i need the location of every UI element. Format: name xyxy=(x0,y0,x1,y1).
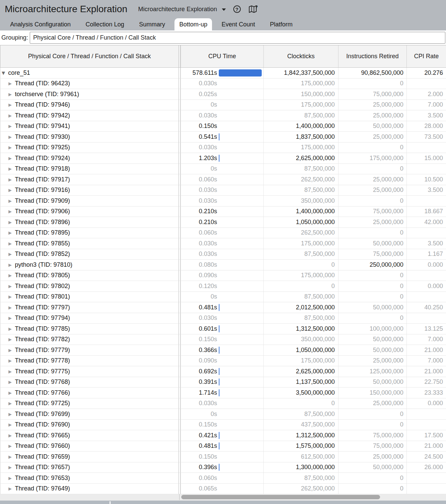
expander-icon[interactable]: ▶ xyxy=(8,401,15,406)
table-row[interactable]: ▶ Thread (TID: 97909) 0.030s 350,000,000… xyxy=(0,196,446,206)
row-name-cell[interactable]: ▶ Thread (TID: 97657) xyxy=(0,462,179,473)
expander-icon[interactable]: ▶ xyxy=(8,337,15,342)
column-header-grouping[interactable]: Physical Core / Thread / Function / Call… xyxy=(0,45,179,67)
table-row[interactable]: ▶ torchserve (TID: 97961) 0.025s 150,000… xyxy=(0,89,446,100)
row-name-cell[interactable]: ▶ Thread (TID: 97766) xyxy=(0,388,179,398)
table-row[interactable]: ▶ Thread (TID: 97657) 0.396s 1,300,000,0… xyxy=(0,462,446,473)
column-header-cpu-time[interactable]: CPU Time xyxy=(181,45,263,67)
row-name-cell[interactable]: ▶ Thread (TID: 97801) xyxy=(0,292,179,303)
tab-event-count[interactable]: Event Count xyxy=(219,18,258,30)
expander-icon[interactable]: ▶ xyxy=(8,379,15,385)
table-row[interactable]: ▶ Thread (TID: 97699) 0s 87,500,000 0 xyxy=(0,409,446,420)
table-row[interactable]: ▶ Thread (TID: 97766) 1.714s 3,500,000,0… xyxy=(0,388,446,398)
expander-icon[interactable]: ▶ xyxy=(8,454,15,459)
row-name-cell[interactable]: ▶ Thread (TID: 97942) xyxy=(0,110,179,121)
table-row[interactable]: ▶ Thread (TID: 97895) 0.060s 262,500,000… xyxy=(0,228,446,239)
row-name-cell[interactable]: ▶ Thread (TID: 97653) xyxy=(0,473,179,484)
expander-icon[interactable]: ▶ xyxy=(8,198,15,203)
grouping-select[interactable]: Physical Core / Thread / Function / Call… xyxy=(30,32,445,44)
expander-icon[interactable]: ▶ xyxy=(8,188,15,193)
column-header-clockticks[interactable]: Clockticks xyxy=(263,45,338,67)
table-row[interactable]: ▶ Thread (TID: 97797) 0.481s 2,012,500,0… xyxy=(0,302,446,313)
table-row[interactable]: ▶ Thread (TID: 97690) 0.150s 437,500,000… xyxy=(0,420,446,431)
table-row[interactable]: ▶ Thread (TID: 97775) 0.692s 2,625,000,0… xyxy=(0,366,446,377)
expander-icon[interactable]: ▶ xyxy=(8,433,15,438)
column-header-cpi-rate[interactable]: CPI Rate xyxy=(406,45,446,67)
row-name-cell[interactable]: ▶ Thread (TID: 97797) xyxy=(0,302,179,313)
expander-icon[interactable]: ▶ xyxy=(8,124,15,129)
expander-icon[interactable]: ▶ xyxy=(8,358,15,363)
table-row[interactable]: ▶ Thread (TID: 97930) 0.541s 1,837,500,0… xyxy=(0,132,446,143)
table-row[interactable]: ▶ Thread (TID: 97941) 0.150s 1,400,000,0… xyxy=(0,121,446,132)
table-row[interactable]: ▶ Thread (TID: 97896) 0.210s 1,050,000,0… xyxy=(0,217,446,228)
bottom-scrollbar[interactable] xyxy=(0,500,446,504)
row-name-cell[interactable]: ▶ Thread (TID: 97924) xyxy=(0,153,179,164)
table-row[interactable]: ▼ core_51 578.611s 1,842,337,500,000 90,… xyxy=(0,68,446,79)
expander-icon[interactable]: ▶ xyxy=(8,305,15,310)
table-row[interactable]: ▶ Thread (TID: 97855) 0.030s 175,000,000… xyxy=(0,238,446,249)
row-name-cell[interactable]: ▶ Thread (TID: 97906) xyxy=(0,206,179,217)
table-row[interactable]: ▶ Thread (TID: 97906) 0.210s 1,400,000,0… xyxy=(0,206,446,217)
row-name-cell[interactable]: ▶ Thread (TID: 97785) xyxy=(0,324,179,334)
help-button[interactable]: ? xyxy=(233,5,241,13)
row-name-cell[interactable]: ▶ Thread (TID: 97660) xyxy=(0,441,179,452)
row-name-cell[interactable]: ▶ Thread (TID: 97805) xyxy=(0,270,179,281)
row-name-cell[interactable]: ▶ Thread (TID: 97690) xyxy=(0,420,179,431)
table-row[interactable]: ▶ Thread (TID: 96423) 0.030s 175,000,000… xyxy=(0,79,446,89)
table-row[interactable]: ▶ Thread (TID: 97665) 0.421s 1,312,500,0… xyxy=(0,430,446,441)
expander-icon[interactable]: ▶ xyxy=(8,412,15,417)
table-row[interactable]: ▶ Thread (TID: 97946) 0s 175,000,000 25,… xyxy=(0,100,446,111)
row-name-cell[interactable]: ▶ Thread (TID: 97855) xyxy=(0,238,179,249)
expander-icon[interactable]: ▶ xyxy=(8,177,15,182)
table-row[interactable]: ▶ Thread (TID: 97725) 0.030s 0 25,000,00… xyxy=(0,398,446,409)
tab-analysis-configuration[interactable]: Analysis Configuration xyxy=(7,18,73,30)
table-row[interactable]: ▶ Thread (TID: 97925) 0.030s 175,000,000… xyxy=(0,143,446,153)
tab-bottom-up[interactable]: Bottom-up xyxy=(174,18,212,30)
expander-icon[interactable]: ▶ xyxy=(8,251,15,257)
expander-icon[interactable]: ▶ xyxy=(8,294,15,299)
row-name-cell[interactable]: ▶ Thread (TID: 97925) xyxy=(0,143,179,153)
table-row[interactable]: ▶ Thread (TID: 97852) 0.030s 87,500,000 … xyxy=(0,249,446,260)
table-row[interactable]: ▶ Thread (TID: 97917) 0.060s 262,500,000… xyxy=(0,174,446,185)
row-name-cell[interactable]: ▶ Thread (TID: 97659) xyxy=(0,452,179,462)
table-row[interactable]: ▶ Thread (TID: 97785) 0.601s 1,312,500,0… xyxy=(0,324,446,334)
row-name-cell[interactable]: ▶ Thread (TID: 97930) xyxy=(0,132,179,143)
row-name-cell[interactable]: ▶ Thread (TID: 97775) xyxy=(0,366,179,377)
row-name-cell[interactable]: ▶ Thread (TID: 97768) xyxy=(0,377,179,388)
row-name-cell[interactable]: ▶ Thread (TID: 96423) xyxy=(0,79,179,89)
row-name-cell[interactable]: ▶ Thread (TID: 97802) xyxy=(0,281,179,292)
row-name-cell[interactable]: ▶ Thread (TID: 97909) xyxy=(0,196,179,206)
expander-icon[interactable]: ▶ xyxy=(8,273,15,278)
analysis-type-dropdown[interactable]: Microarchitecture Exploration xyxy=(138,6,226,13)
row-name-cell[interactable]: ▶ Thread (TID: 97665) xyxy=(0,430,179,441)
table-row[interactable]: ▶ Thread (TID: 97801) 0s 87,500,000 0 xyxy=(0,292,446,303)
expander-icon[interactable]: ▶ xyxy=(8,326,15,331)
expander-icon[interactable]: ▶ xyxy=(8,241,15,246)
row-name-cell[interactable]: ▶ python3 (TID: 97810) xyxy=(0,260,179,270)
table-row[interactable]: ▶ Thread (TID: 97805) 0.090s 175,000,000… xyxy=(0,270,446,281)
tab-platform[interactable]: Platform xyxy=(267,18,295,30)
expander-icon[interactable]: ▶ xyxy=(8,113,15,118)
expander-icon[interactable]: ▶ xyxy=(8,348,15,353)
row-name-cell[interactable]: ▶ Thread (TID: 97782) xyxy=(0,334,179,345)
expander-icon[interactable]: ▶ xyxy=(8,262,15,267)
table-row[interactable]: ▶ Thread (TID: 97659) 0.150s 612,500,000… xyxy=(0,452,446,462)
expander-icon[interactable]: ▶ xyxy=(8,220,15,225)
expander-icon[interactable]: ▶ xyxy=(8,390,15,395)
table-row[interactable]: ▶ Thread (TID: 97778) 0.090s 175,000,000… xyxy=(0,356,446,367)
row-name-cell[interactable]: ▶ Thread (TID: 97896) xyxy=(0,217,179,228)
expander-icon[interactable]: ▶ xyxy=(8,92,15,97)
table-row[interactable]: ▶ Thread (TID: 97660) 0.481s 1,575,000,0… xyxy=(0,441,446,452)
tab-collection-log[interactable]: Collection Log xyxy=(83,18,127,30)
expander-icon[interactable]: ▶ xyxy=(8,134,15,139)
expander-icon[interactable]: ▶ xyxy=(8,102,15,107)
expander-icon[interactable]: ▶ xyxy=(8,166,15,171)
row-name-cell[interactable]: ▼ core_51 xyxy=(0,68,179,79)
expander-icon[interactable]: ▶ xyxy=(8,156,15,161)
row-name-cell[interactable]: ▶ Thread (TID: 97941) xyxy=(0,121,179,132)
expander-icon[interactable]: ▼ xyxy=(2,70,8,75)
table-row[interactable]: ▶ Thread (TID: 97794) 0.030s 87,500,000 … xyxy=(0,313,446,324)
horizontal-scrollbar-thumb[interactable] xyxy=(181,495,380,499)
table-row[interactable]: ▶ Thread (TID: 97802) 0.120s 0 0 0.000 xyxy=(0,281,446,292)
table-row[interactable]: ▶ Thread (TID: 97782) 0.150s 350,000,000… xyxy=(0,334,446,345)
